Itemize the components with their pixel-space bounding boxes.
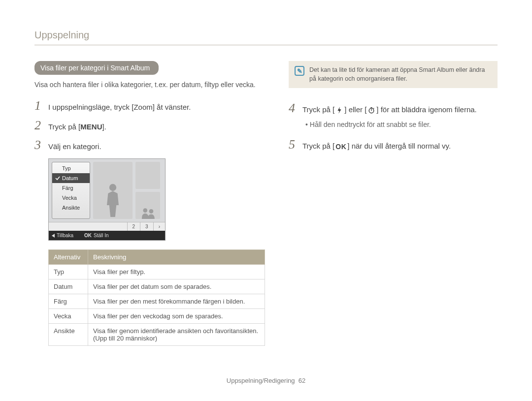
step-text: Tryck på [OK] när du vill återgå till no… [302,142,451,151]
ok-icon: OK [84,233,92,238]
people-silhouette-icon [138,206,158,219]
step-text: Tryck på [] eller [] för att bläddra ige… [302,105,477,115]
menu-item-typ: Typ [52,163,90,173]
step-number: 2 [34,118,48,133]
step-number: 1 [34,98,48,113]
footer-section: Uppspelning/Redigering [227,377,295,384]
step-number: 3 [34,138,48,153]
camera-screen-mock: Typ Datum Färg Vecka Ansikte [48,158,166,241]
svg-point-2 [149,209,154,214]
menu-item-vecka: Vecka [52,193,90,203]
ok-button-icon: OK [334,142,347,151]
table-header-alternativ: Alternativ [49,250,88,265]
pager-num: 3 [140,222,153,231]
flash-icon [334,106,344,115]
footer-back: Tillbaka [52,233,73,238]
step-text: Välj en kategori. [48,142,101,151]
step-3: 3 Välj en kategori. [34,138,265,153]
section-heading-pill: Visa ﬁler per kategori i Smart Album [34,61,159,75]
table-row: DatumVisa ﬁler per det datum som de spar… [49,279,265,294]
step-text: Tryck på [MENU]. [48,123,106,131]
step-prefix: Tryck på [ [48,123,80,131]
thumbnail-small [135,162,160,189]
step-4: 4 Tryck på [] eller [] för att bläddra i… [289,101,498,116]
category-menu: Typ Datum Färg Vecka Ansikte [52,162,90,219]
menu-item-ansikte: Ansikte [52,203,90,213]
timer-icon [366,106,376,115]
step-text: I uppspelningsläge, tryck [Zoom] åt väns… [48,103,191,111]
info-icon: ✎ [295,66,304,76]
section-intro: Visa och hantera ﬁler i olika kategorier… [34,80,265,90]
svg-point-1 [143,209,147,213]
thumbnail-small [135,192,160,219]
check-icon [55,176,60,181]
thumbnail-large [93,162,133,219]
note-box: ✎ Det kan ta lite tid för kameran att öp… [289,61,498,88]
footer-set: OK Ställ In [84,233,109,238]
screen-footer: Tillbaka OK Ställ In [49,231,165,240]
step-number: 4 [289,101,302,116]
back-icon [52,234,55,238]
pager-next-icon: › [153,222,165,231]
table-row: TypVisa ﬁler per ﬁltyp. [49,265,265,279]
step-2: 2 Tryck på [MENU]. [34,118,265,133]
table-header-beskrivning: Beskrivning [88,250,265,265]
table-row: AnsikteVisa ﬁler genom identiﬁerade ansi… [49,324,265,346]
note-text: Det kan ta lite tid för kameran att öppn… [309,66,492,83]
footer-page-number: 62 [299,377,305,384]
menu-item-datum: Datum [52,173,90,183]
table-row: VeckaVisa ﬁler per den veckodag som de s… [49,309,265,324]
menu-button-label: MENU [80,123,102,131]
step-1: 1 I uppspelningsläge, tryck [Zoom] åt vä… [34,98,265,113]
step-5: 5 Tryck på [OK] när du vill återgå till … [289,137,498,152]
table-row: FärgVisa ﬁler per den mest förekommande … [49,294,265,309]
page-footer: Uppspelning/Redigering 62 [0,377,532,384]
options-table: Alternativ Beskrivning TypVisa ﬁler per … [48,249,265,346]
screen-pager: 2 3 › [49,222,165,231]
step-number: 5 [289,137,302,152]
step-4-bullet: Håll den nedtryckt för att snabbt se ﬁle… [305,121,498,128]
pager-num: 2 [127,222,140,231]
person-silhouette-icon [101,180,125,219]
step-suffix: ]. [102,123,106,131]
page-title: Uppspelning [34,30,498,45]
svg-point-0 [109,184,116,191]
menu-item-farg: Färg [52,183,90,193]
